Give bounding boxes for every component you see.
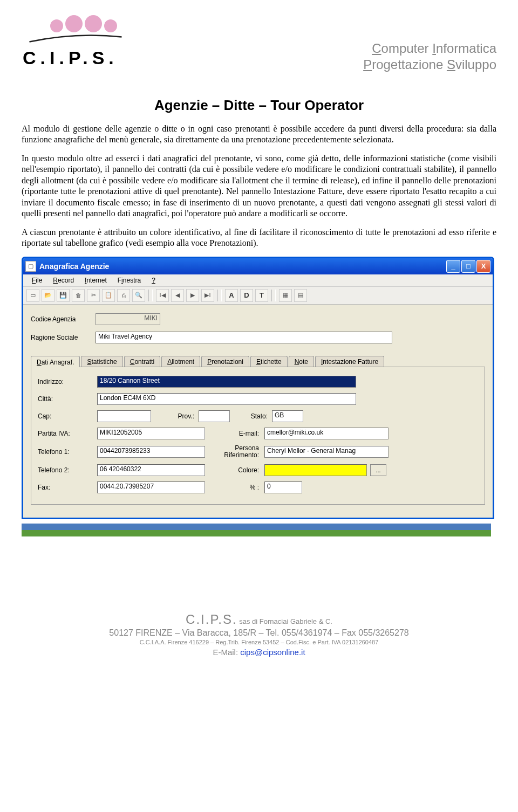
toolbar: ▭ 📂 💾 🗑 ✂ 📋 ⎙ 🔍 I◀ ◀ ▶ ▶I A D T ▦ ▤ — [23, 287, 493, 305]
codice-label: Codice Agenzia — [31, 315, 96, 323]
persona-field[interactable]: Cheryl Mellor - General Manag — [264, 446, 388, 458]
company-logo: C.I.P.S. — [22, 11, 146, 81]
tab-etichette[interactable]: Etichette — [250, 356, 288, 367]
tool-save-icon[interactable]: 💾 — [57, 289, 70, 302]
menu-bar: File Record Internet Finestra ? — [23, 274, 493, 287]
email-label: E-mail: — [205, 430, 264, 437]
colore-field[interactable] — [264, 464, 367, 476]
codice-field[interactable]: MIKI — [96, 313, 160, 325]
persona-label: Persona Riferimento: — [205, 445, 264, 459]
tab-intestazione-fatture[interactable]: Intestazione Fatture — [315, 356, 384, 367]
perc-field[interactable]: 0 — [264, 481, 302, 493]
menu-help[interactable]: ? — [146, 276, 161, 285]
app-window: ▢ Anagrafica Agenzie _ □ X File Record I… — [22, 257, 494, 519]
tool-open-icon[interactable]: 📂 — [42, 289, 54, 302]
maximize-button[interactable]: □ — [461, 260, 475, 273]
footer-company-name: C.I.P.S. — [186, 612, 237, 627]
menu-finestra[interactable]: Finestra — [112, 276, 146, 285]
piva-label: Partita IVA: — [38, 430, 97, 437]
prov-field[interactable] — [199, 410, 230, 422]
filter-t-button[interactable]: T — [255, 289, 268, 302]
nav-prev-icon[interactable]: ◀ — [171, 289, 184, 302]
indirizzo-field[interactable]: 18/20 Cannon Street — [97, 376, 356, 388]
citta-field[interactable]: London EC4M 6XD — [97, 393, 356, 405]
tab-allotment[interactable]: Allotment — [161, 356, 200, 367]
ragione-field[interactable]: Miki Travel Agency — [96, 332, 392, 343]
window-icon: ▢ — [25, 261, 36, 272]
tool-grid-icon[interactable]: ▦ — [279, 289, 292, 302]
tab-contratti[interactable]: Contratti — [124, 356, 160, 367]
tab-strip: Dati Anagraf. Statistiche Contratti Allo… — [31, 355, 485, 367]
tab-dati-anagraf[interactable]: Dati Anagraf. — [31, 356, 80, 367]
citta-label: Città: — [38, 395, 97, 403]
prov-label: Prov.: — [151, 412, 199, 420]
perc-label: % : — [205, 484, 264, 491]
tab-panel-dati-anagraf: Indirizzo: 18/20 Cannon Street Città: Lo… — [31, 367, 485, 505]
nav-next-icon[interactable]: ▶ — [186, 289, 199, 302]
cap-label: Cap: — [38, 412, 97, 420]
minimize-button[interactable]: _ — [446, 260, 460, 273]
paragraph-1: Al modulo di gestione delle agenzie o di… — [22, 123, 496, 146]
stato-label: Stato: — [230, 412, 272, 420]
company-tagline: Computer Informatica Progettazione Svilu… — [363, 11, 496, 73]
tool-search-icon[interactable]: 🔍 — [132, 289, 145, 302]
nav-first-icon[interactable]: I◀ — [156, 289, 169, 302]
tool-form-icon[interactable]: ▤ — [294, 289, 307, 302]
footer-legal: C.C.I.A.A. Firenze 416229 – Reg.Trib. Fi… — [22, 639, 496, 645]
tool-cut-icon[interactable]: ✂ — [87, 289, 100, 302]
cap-field[interactable] — [97, 410, 151, 422]
filter-a-button[interactable]: A — [225, 289, 238, 302]
indirizzo-label: Indirizzo: — [38, 378, 97, 386]
tab-statistiche[interactable]: Statistiche — [81, 356, 122, 367]
tel1-field[interactable]: 00442073985233 — [97, 446, 205, 458]
tool-new-icon[interactable]: ▭ — [26, 289, 39, 302]
ragione-label: Ragione Sociale — [31, 334, 96, 341]
tool-delete-icon[interactable]: 🗑 — [72, 289, 85, 302]
tool-print-icon[interactable]: ⎙ — [117, 289, 130, 302]
piva-field[interactable]: MIKI12052005 — [97, 428, 205, 439]
tel2-label: Telefono 2: — [38, 466, 97, 474]
nav-last-icon[interactable]: ▶I — [201, 289, 214, 302]
tel2-field[interactable]: 06 420460322 — [97, 464, 205, 476]
paragraph-3: A ciascun prenotante è attribuito un col… — [22, 227, 496, 249]
backdrop-strip-grass — [22, 530, 491, 536]
document-header: C.I.P.S. Computer Informatica Progettazi… — [22, 11, 496, 81]
menu-file[interactable]: File — [26, 276, 47, 285]
footer-email-link[interactable]: cips@cipsonline.it — [240, 648, 305, 657]
footer-email-label: E-Mail: — [213, 648, 240, 657]
colore-picker-button[interactable]: ... — [370, 464, 386, 476]
document-footer: C.I.P.S. sas di Fornaciai Gabriele & C. … — [22, 612, 496, 657]
footer-address: 50127 FIRENZE – Via Baracca, 185/R – Tel… — [22, 628, 496, 638]
email-field[interactable]: cmellor@miki.co.uk — [264, 428, 388, 439]
tel1-label: Telefono 1: — [38, 448, 97, 456]
colore-label: Colore: — [205, 466, 264, 474]
filter-d-button[interactable]: D — [240, 289, 253, 302]
menu-internet[interactable]: Internet — [79, 276, 112, 285]
paragraph-2: In questo modulo oltre ad esserci i dati… — [22, 153, 496, 219]
window-title: Anagrafica Agenzie — [39, 262, 445, 271]
tab-note[interactable]: Note — [289, 356, 314, 367]
window-titlebar[interactable]: ▢ Anagrafica Agenzie _ □ X — [23, 258, 493, 274]
tool-paste-icon[interactable]: 📋 — [102, 289, 115, 302]
page-title: Agenzie – Ditte – Tour Operator — [22, 97, 496, 114]
fax-field[interactable]: 0044.20.73985207 — [97, 481, 205, 493]
logo-text: C.I.P.S. — [22, 47, 146, 68]
menu-record[interactable]: Record — [47, 276, 79, 285]
close-button[interactable]: X — [476, 260, 490, 273]
fax-label: Fax: — [38, 484, 97, 491]
backdrop-strip-sky — [22, 524, 491, 530]
stato-field[interactable]: GB — [272, 410, 303, 422]
tab-prenotazioni[interactable]: Prenotazioni — [201, 356, 249, 367]
